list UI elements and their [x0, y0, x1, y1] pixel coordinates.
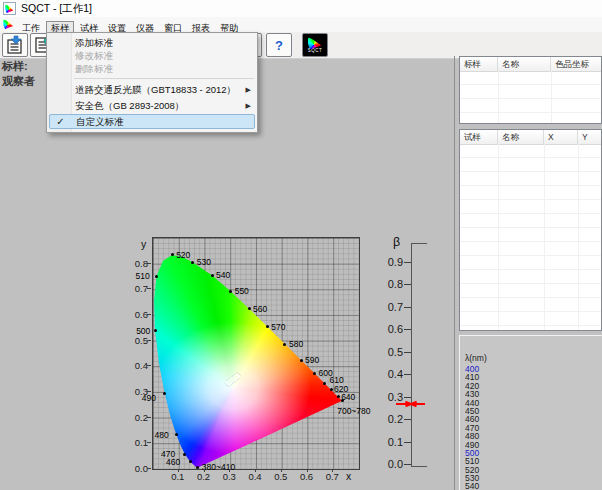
x-tick — [229, 469, 230, 472]
menu-item-4[interactable]: 道路交通反光膜（GBT18833 - 2012）▶ — [47, 82, 257, 98]
menu-item-2: 删除标准 — [47, 62, 257, 75]
x-tick — [281, 469, 282, 472]
document-import-icon — [5, 35, 25, 55]
table-row[interactable] — [460, 113, 601, 124]
menu-item-label: 添加标准 — [75, 36, 257, 49]
panel-divider — [454, 56, 455, 490]
table-row[interactable] — [460, 326, 601, 331]
question-mark-icon: ? — [275, 38, 283, 53]
wavelength-panel: λ(nm) 4004104204304404504604704804905005… — [459, 335, 602, 490]
table-row[interactable] — [460, 214, 601, 228]
table-row[interactable] — [460, 172, 601, 186]
table-row[interactable] — [460, 242, 601, 256]
table-row[interactable] — [460, 270, 601, 284]
y-tick-label: 0.0 — [126, 463, 148, 474]
table-row[interactable] — [460, 284, 601, 298]
menu-item-5[interactable]: 安全色（GB 2893-2008）▶ — [47, 98, 257, 114]
beta-tick-label: 0.3 — [380, 391, 403, 403]
mdi-child-icon[interactable] — [3, 19, 14, 30]
table-row[interactable] — [460, 85, 601, 99]
wavelength-item[interactable]: 490 — [465, 441, 602, 449]
wavelength-item[interactable]: 520 — [465, 466, 602, 474]
wavelength-label-590: 590 — [305, 356, 319, 364]
menu-item-label: 道路交通反光膜（GBT18833 - 2012） — [75, 82, 257, 98]
table-row[interactable] — [460, 228, 601, 242]
beta-tick-label: 0.8 — [380, 278, 403, 290]
wavelength-item[interactable]: 420 — [465, 382, 602, 390]
x-tick-label: 0.3 — [219, 471, 239, 482]
wavelength-item[interactable]: 450 — [465, 407, 602, 415]
wavelength-label-540: 540 — [216, 271, 230, 279]
cie-diagram-icon — [3, 19, 14, 29]
wavelength-item[interactable]: 440 — [465, 399, 602, 407]
standards-table: 标样名称色品坐标 — [459, 56, 602, 124]
beta-tick — [404, 307, 411, 308]
wavelength-item[interactable]: 460 — [465, 415, 602, 423]
column-header-名称[interactable]: 名称 — [498, 130, 544, 144]
x-tick-label: 0.6 — [297, 471, 317, 482]
wavelength-item[interactable]: 500 — [465, 449, 602, 457]
x-tick — [332, 469, 333, 472]
wavelength-item[interactable]: 530 — [465, 474, 602, 482]
y-tick-label: 0.5 — [126, 335, 148, 346]
wavelength-label-510: 510 — [136, 272, 150, 280]
locus-point-460 — [189, 460, 192, 463]
x-tick-label: 0.1 — [168, 471, 188, 482]
y-tick — [147, 314, 151, 315]
import-standard-button[interactable] — [2, 33, 28, 57]
table-row[interactable] — [460, 200, 601, 214]
submenu-arrow-icon: ▶ — [246, 98, 251, 114]
table-row[interactable] — [460, 312, 601, 326]
beta-tick-label: 0.2 — [380, 413, 403, 425]
y-tick-label: 0.3 — [126, 386, 148, 397]
table-row[interactable] — [460, 99, 601, 113]
locus-point-490 — [163, 392, 166, 395]
table-row[interactable] — [460, 144, 601, 158]
wavelength-label-530: 530 — [197, 258, 211, 266]
beta-tick — [404, 419, 411, 420]
column-header-色品坐标[interactable]: 色品坐标 — [551, 57, 602, 71]
wavelength-item[interactable]: 510 — [465, 457, 602, 465]
beta-axis-line — [411, 243, 412, 467]
x-axis-label: x — [346, 470, 351, 482]
locus-point-700~780 — [341, 399, 344, 402]
wavelength-item[interactable]: 430 — [465, 390, 602, 398]
wavelength-item[interactable]: 410 — [465, 373, 602, 381]
beta-tick-label: 0.0 — [380, 458, 403, 470]
menu-item-0[interactable]: 添加标准 — [47, 36, 257, 49]
chart-plot-area[interactable]: 520530540550560570580590600610620640700~… — [152, 237, 360, 470]
y-tick — [147, 263, 151, 264]
table-row[interactable] — [460, 256, 601, 270]
y-tick — [147, 391, 151, 392]
column-header-X[interactable]: X — [544, 130, 578, 144]
column-header-名称[interactable]: 名称 — [498, 57, 551, 71]
table-row[interactable] — [460, 186, 601, 200]
menu-item-label: 自定义标准 — [76, 115, 254, 129]
column-header-标样[interactable]: 标样 — [460, 57, 498, 71]
y-tick-label: 0.6 — [126, 309, 148, 320]
menu-item-label: 修改标准 — [75, 49, 257, 62]
wavelength-item[interactable]: 400 — [465, 365, 602, 373]
table-row[interactable] — [460, 158, 601, 172]
menu-item-6[interactable]: ✓自定义标准 — [49, 114, 255, 129]
submenu-arrow-icon: ▶ — [246, 82, 251, 98]
table-row[interactable] — [460, 71, 601, 85]
standard-info-label: 标样: — [2, 59, 28, 74]
x-tick — [178, 469, 179, 472]
column-header-试样[interactable]: 试样 — [460, 130, 498, 144]
wavelength-item[interactable]: 470 — [465, 424, 602, 432]
locus-point-550 — [229, 290, 232, 293]
sqct-logo-label: SQCT — [308, 49, 323, 53]
table-header: 标样名称色品坐标 — [460, 57, 601, 72]
wavelength-item[interactable]: 480 — [465, 432, 602, 440]
wavelength-item[interactable]: 540 — [465, 482, 602, 490]
wavelength-label-480: 480 — [155, 431, 169, 439]
column-header-Y[interactable]: Y — [578, 130, 602, 144]
wavelength-label-700~780: 700~780 — [337, 407, 370, 415]
sqct-logo-button[interactable]: SQCT — [302, 33, 328, 57]
table-row[interactable] — [460, 298, 601, 312]
help-button[interactable]: ? — [266, 33, 292, 57]
wavelength-list: 4004104204304404504604704804905005105205… — [465, 365, 602, 490]
locus-point-600 — [313, 372, 316, 375]
table-header: 试样名称XY — [460, 130, 601, 145]
